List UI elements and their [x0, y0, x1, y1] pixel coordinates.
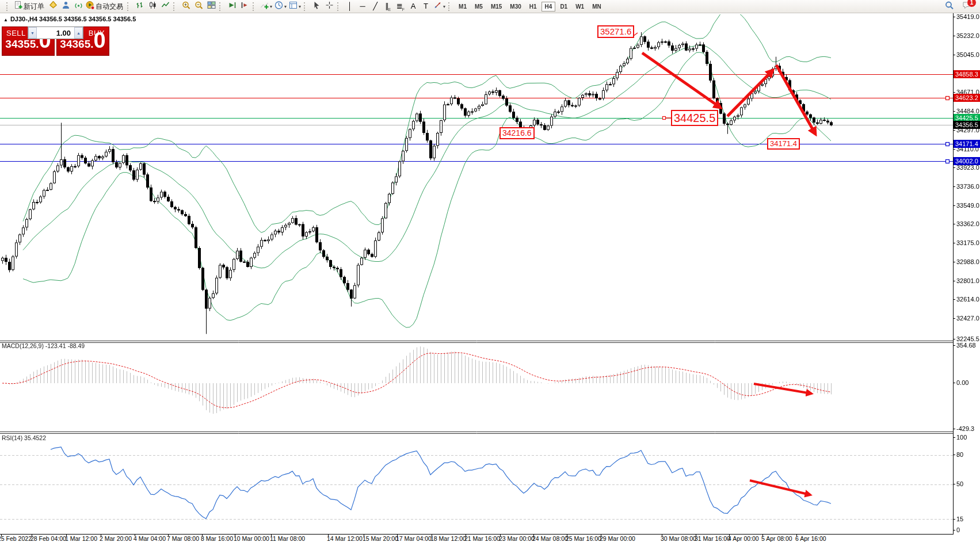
time-axis-tickmark [202, 534, 203, 536]
market-watch-button[interactable] [59, 1, 72, 12]
rsi-axis-tick: 100 [956, 434, 967, 441]
timeframe-D1[interactable]: D1 [556, 2, 571, 12]
templates-button[interactable]: ▾ [288, 1, 302, 12]
market-watch-icon [61, 1, 71, 12]
volume-input[interactable] [37, 27, 74, 39]
cursor-button[interactable] [310, 1, 323, 12]
text-label-button[interactable]: T [420, 1, 432, 12]
time-axis-tickmark [796, 534, 797, 536]
toolbar-right: 1 [944, 1, 980, 12]
metaeditor-icon [48, 1, 58, 12]
rsi-label: RSI(14) 35.4522 [2, 434, 46, 441]
time-axis-tickmark [271, 534, 272, 536]
time-axis-label: 23 Mar 00:00 [499, 535, 535, 542]
time-axis-label: 10 Mar 00:00 [234, 535, 269, 542]
volume-down-button[interactable]: ▼ [28, 27, 37, 39]
one-click-toggle[interactable]: ▲ [3, 17, 8, 22]
price-tag: 34356.5 [954, 121, 980, 129]
equidistant-channel-button[interactable]: ∥E [382, 1, 394, 12]
line-chart-button[interactable] [159, 1, 171, 12]
toolbar-group-separator [6, 2, 10, 11]
chart-shift-button[interactable] [238, 1, 251, 12]
new-order-button[interactable]: 新订单 [13, 1, 47, 12]
timeframe-M30[interactable]: M30 [506, 2, 524, 12]
search-icon[interactable] [944, 1, 954, 12]
time-axis-tickmark [135, 534, 135, 536]
indicators-dropdown-icon[interactable]: ▾ [270, 4, 272, 9]
price-axis-tick: 35419.0 [956, 13, 979, 20]
timeframe-W1[interactable]: W1 [572, 2, 588, 12]
crosshair-button[interactable] [323, 1, 335, 12]
zoom-out-button[interactable] [192, 1, 205, 12]
time-axis-tickmark [729, 534, 730, 536]
price-axis-tick: 33362.0 [956, 220, 979, 227]
price-tag: 34171.4 [954, 140, 980, 148]
bar-chart-button[interactable] [134, 1, 146, 12]
text-button[interactable]: A [407, 1, 420, 12]
indicators-button[interactable]: ▾ [259, 1, 273, 12]
price-annotation: 34425.5 [671, 110, 718, 126]
toolbar-group-separator [448, 2, 452, 11]
periods-button[interactable]: ▾ [273, 1, 288, 12]
trendline-button[interactable]: ╱ [369, 1, 382, 12]
templates-dropdown-icon[interactable]: ▾ [299, 4, 301, 9]
chart-canvas[interactable] [0, 13, 954, 535]
candlestick-chart-icon [148, 1, 158, 12]
price-axis-tick: 33736.0 [956, 183, 979, 190]
time-axis-tickmark [328, 534, 329, 536]
timeframe-M1[interactable]: M1 [455, 2, 470, 12]
time-axis-label: 24 Mar 08:00 [532, 535, 568, 542]
chart-title: ▲DJ30-,H4 34356.5 34356.5 34356.5 34356.… [3, 16, 136, 22]
price-axis-tick: 35045.0 [956, 51, 979, 58]
chat-icon[interactable]: 1 [962, 1, 972, 12]
timeframe-H4[interactable]: H4 [542, 2, 556, 12]
chart-shift-icon [240, 1, 250, 12]
time-axis-tickmark [397, 534, 398, 536]
time-axis-tickmark [533, 534, 534, 536]
periods-dropdown-icon[interactable]: ▾ [284, 4, 287, 9]
rsi-axis-tick: 80 [956, 451, 963, 458]
arrows-tool-button[interactable]: ▾ [432, 1, 447, 12]
time-axis-label: 17 Mar 04:00 [396, 535, 432, 542]
rsi-axis-tick: 0 [956, 526, 960, 533]
time-axis-tickmark [364, 534, 364, 536]
timeframe-MN[interactable]: MN [589, 2, 605, 12]
metaeditor-button[interactable] [47, 1, 59, 12]
volume-up-button[interactable]: ▲ [74, 27, 83, 39]
cursor-icon [312, 1, 322, 12]
main-toolbar: 新订单自动交易▾▾▾│─╱∥E≣FAT▾M1M5M15M30H1H4D1W1MN… [0, 0, 980, 13]
price-annotation: 34216.6 [499, 127, 535, 139]
toolbar-group-separator [219, 2, 223, 11]
time-axis-label: 25 Mar 16:00 [566, 535, 601, 542]
time-axis-tickmark [500, 534, 501, 536]
timeframe-M5[interactable]: M5 [471, 2, 486, 12]
price-tag: 34623.2 [954, 94, 980, 102]
price-axis-tick: 33549.0 [956, 202, 979, 209]
tile-windows-button[interactable] [205, 1, 218, 12]
time-axis-label: 2 Mar 20:00 [100, 535, 132, 542]
time-axis-tickmark [466, 534, 466, 536]
vertical-line-button[interactable]: │ [344, 1, 356, 12]
timeframe-H1[interactable]: H1 [526, 2, 540, 12]
signals-icon [74, 1, 83, 12]
zoom-in-button[interactable] [180, 1, 192, 12]
one-click-trading-panel: SELL 34355.0 BUY 34365.0 ▼ ▲ [2, 26, 109, 56]
arrows-tool-dropdown-icon[interactable]: ▾ [443, 4, 445, 9]
text-icon: A [411, 2, 416, 11]
horizontal-line-button[interactable]: ─ [356, 1, 369, 12]
bar-chart-icon [135, 1, 145, 12]
time-axis-tickmark [1, 534, 2, 536]
fibonacci-button[interactable]: ≣F [394, 1, 407, 12]
arrows-tool-icon [433, 1, 443, 12]
signals-button[interactable] [72, 1, 85, 12]
time-axis-label: 28 Feb 04:00 [30, 535, 66, 542]
candlestick-chart-button[interactable] [146, 1, 159, 12]
autotrading-button[interactable]: 自动交易 [85, 1, 125, 12]
time-axis-label: 8 Mar 16:00 [201, 535, 233, 542]
toolbar-group-separator [337, 2, 341, 11]
notification-badge: 1 [967, 0, 977, 7]
zoom-out-icon [194, 1, 204, 12]
timeframe-M15[interactable]: M15 [487, 2, 505, 12]
price-tag: 34858.3 [954, 70, 980, 78]
auto-scroll-button[interactable] [226, 1, 238, 12]
